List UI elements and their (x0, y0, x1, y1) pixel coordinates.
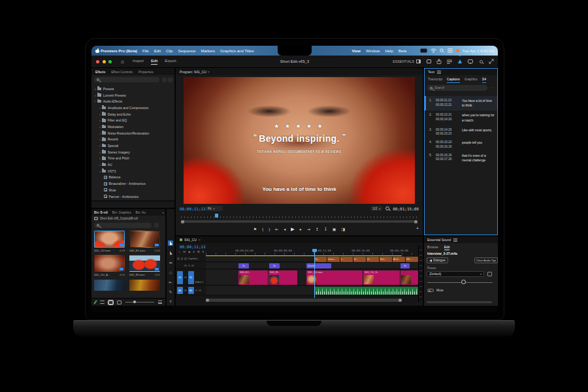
scrollbar-knob[interactable] (206, 299, 209, 302)
chevron-right-icon[interactable]: › (99, 144, 101, 148)
clip-card[interactable]: S42_90.mov4:21 (129, 255, 160, 277)
chevron-right-icon[interactable]: › (99, 118, 101, 122)
search-icon[interactable] (478, 59, 483, 64)
bin-breadcrumb[interactable]: Short Edit v65_3.prproj\B-roll (94, 217, 138, 220)
sequence-tab[interactable]: S41_CU× (176, 237, 423, 243)
audio-clip[interactable] (314, 287, 418, 295)
scrollbar-knob[interactable] (399, 299, 402, 302)
clip-card[interactable]: S41_CU.mov4:29 (94, 231, 125, 253)
program-playhead[interactable] (215, 214, 218, 218)
eye-icon[interactable] (184, 257, 187, 260)
preset-dropdown[interactable]: (Default)▾ (427, 271, 484, 277)
scrollbar-knob[interactable] (181, 220, 184, 223)
track-output-icon[interactable] (188, 265, 191, 267)
lift-icon[interactable]: ↥ (316, 225, 319, 233)
effects-tree-row[interactable]: › Filter and EQ (91, 117, 174, 123)
bin-tab[interactable]: Bin: B-roll (94, 211, 108, 214)
menu-item[interactable]: Markers (201, 49, 215, 53)
type-tool[interactable]: T (168, 299, 173, 304)
caption-clip[interactable]: L... (340, 257, 353, 262)
chevron-right-icon[interactable]: › (99, 156, 101, 160)
video-clip[interactable]: S41_CU_S... (363, 270, 400, 285)
captions-track[interactable]: Yo...when...L...th...th...But...At le...… (206, 256, 419, 262)
timeline-current-timecode[interactable]: 00;00;11;13 (180, 244, 206, 249)
effects-tree-row[interactable]: › Audio Effects (91, 98, 174, 105)
scrollbar-knob[interactable] (414, 220, 417, 223)
clip-card[interactable]: S41_CU_A...4:00 (94, 255, 125, 277)
lock-icon[interactable] (177, 257, 180, 260)
effects-tree-row[interactable]: Balance (91, 174, 174, 181)
program-scrollbar[interactable] (181, 220, 417, 223)
source-patch-v1[interactable]: V1 (177, 271, 183, 284)
selection-tool[interactable] (168, 240, 173, 246)
track-select-forward-tool[interactable] (168, 250, 173, 255)
caption-text[interactable]: Like with most sports, (462, 128, 492, 136)
effects-tree-row[interactable]: Panner - Ambisonics (91, 193, 174, 200)
spotlight-search-icon[interactable] (440, 48, 444, 53)
chevron-right-icon[interactable]: › (99, 106, 101, 110)
thumbnail-zoom-slider[interactable] (125, 302, 154, 302)
playhead-handle[interactable] (312, 249, 317, 252)
dialogue-type-badge[interactable]: Dialogue (427, 257, 448, 263)
clip-thumbnail[interactable] (129, 255, 160, 272)
clear-audio-type-button[interactable]: Clear Audio Typ (474, 257, 498, 263)
timeline-scrollbar[interactable] (206, 299, 402, 302)
playback-resolution-dropdown[interactable]: 1/2▾ (370, 206, 382, 211)
menu-item[interactable]: File (142, 49, 149, 53)
text-panel-tab[interactable]: Transcript (428, 76, 442, 83)
effects-search-input[interactable] (94, 77, 159, 82)
caption-list-item[interactable]: 4. 00;00;15;2300;00;16;16 people tell yo… (425, 138, 497, 151)
bin-tab[interactable]: Bin: Graphics (112, 211, 131, 214)
record-indicator-icon[interactable] (456, 49, 459, 52)
caption-text[interactable]: that it's more of a mental challenge (462, 154, 495, 163)
clip-volume-slider[interactable] (427, 282, 493, 283)
comparison-view-icon[interactable]: ◨ (341, 225, 345, 233)
video-clip[interactable]: S40_E2... (238, 270, 268, 285)
program-monitor-tab[interactable]: Program: S41_CU× (180, 70, 210, 74)
share-icon[interactable] (436, 59, 442, 64)
effects-tree-row[interactable]: › Time and Pitch (91, 155, 174, 162)
track-target-a1[interactable]: A1 (188, 287, 194, 294)
more-options-icon[interactable]: ··· (490, 86, 495, 90)
control-center-icon[interactable] (448, 48, 453, 53)
chevron-right-icon[interactable]: › (93, 101, 97, 102)
ripple-edit-tool[interactable]: ⇹ (168, 260, 173, 265)
tab-overflow-icon[interactable]: » (162, 210, 164, 214)
effects-tree-row[interactable]: › Amplitude and Compression (91, 105, 174, 111)
chevron-right-icon[interactable]: › (99, 163, 101, 167)
clip-thumbnail[interactable] (94, 231, 125, 248)
video-clip[interactable] (400, 270, 418, 285)
menu-item[interactable]: Help (385, 49, 393, 53)
caption-clip[interactable]: Yo... (314, 257, 327, 262)
timeline-settings-icon[interactable]: ⚒ (197, 250, 200, 253)
audio-track-a1[interactable] (206, 286, 419, 295)
bin-search-input[interactable] (94, 223, 152, 228)
mark-in-icon[interactable]: { (262, 225, 263, 233)
timeline-playhead[interactable] (314, 249, 315, 298)
extract-icon[interactable]: ↧ (324, 225, 327, 233)
menu-item[interactable]: Beta (399, 49, 406, 53)
effects-tree-row[interactable]: › Noise Reduction/Restoration (91, 130, 174, 137)
clip-thumbnail[interactable] (94, 280, 125, 291)
caption-clip[interactable]: when... (327, 257, 340, 262)
bin-filter-icon[interactable] (154, 223, 159, 227)
menu-item[interactable]: Premiere Pro (Beta) (101, 49, 137, 53)
text-panel-tab[interactable]: Graphics (465, 76, 478, 83)
apple-logo-icon[interactable] (95, 48, 99, 53)
filter-32bit-icon[interactable] (168, 78, 172, 82)
eye-icon[interactable] (191, 265, 194, 267)
zoom-level-dropdown[interactable]: Fit▾ (206, 206, 223, 211)
caption-clip[interactable]: th... (353, 257, 366, 262)
video-clip[interactable]: S40_W... (269, 270, 297, 285)
chevron-right-icon[interactable]: › (99, 137, 101, 141)
effects-tree-row[interactable]: › Lumetri Presets (91, 92, 174, 99)
text-panel-tab[interactable]: Captions (447, 76, 460, 83)
freeform-view-icon[interactable] (117, 301, 122, 304)
menu-item[interactable]: View (351, 49, 361, 53)
step-forward-icon[interactable]: ▸ (300, 225, 302, 233)
video-track-v2[interactable]: fxfxQuotefx (206, 263, 419, 269)
caption-list-item[interactable]: 1. 00;00;11;1300;00;12;21 You have a lot… (425, 96, 497, 110)
panel-tab[interactable]: Effects (95, 70, 105, 74)
list-view-icon[interactable] (100, 301, 105, 304)
screen-mirroring-icon[interactable] (420, 48, 427, 53)
